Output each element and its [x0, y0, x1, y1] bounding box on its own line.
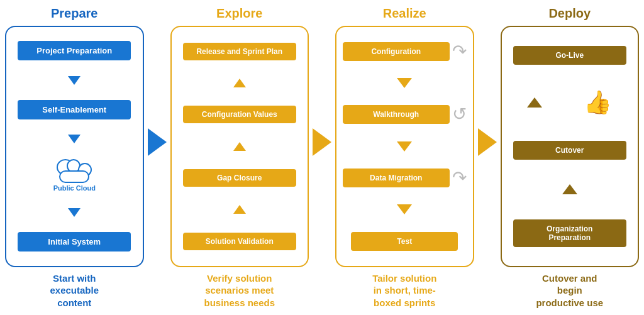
realize-box: Configuration ↷ Walkthrough ↺ Data Migra…: [335, 26, 474, 267]
go-live-block: Go-Live: [513, 46, 626, 65]
connector-realize-deploy: [478, 6, 497, 309]
deploy-middle-row: 👍: [507, 89, 633, 116]
deploy-up-arrow-1: [527, 97, 542, 108]
test-block: Test: [351, 232, 458, 251]
cycle-arrow-1: ↷: [452, 43, 467, 60]
realize-down-arrow-1: [397, 78, 412, 88]
prep-down-arrow-2: [68, 135, 80, 143]
prepare-box: Project Preparation Self-Enablement Publ…: [5, 26, 144, 267]
big-orange-right-arrow-1: [313, 128, 331, 156]
prepare-phase: Prepare Project Preparation Self-Enablem…: [5, 6, 144, 309]
public-cloud-block: Public Cloud: [53, 160, 96, 192]
realize-caption: Tailor solution in short, time- boxed sp…: [372, 272, 436, 309]
prep-down-arrow-3: [68, 208, 80, 217]
prepare-title: Prepare: [51, 6, 98, 21]
solution-validation: Solution Validation: [183, 233, 296, 250]
realize-row-2: Walkthrough ↺: [341, 105, 468, 124]
gap-closure: Gap Closure: [183, 169, 296, 187]
cutover-block: Cutover: [513, 141, 626, 160]
thumbs-up-icon: 👍: [584, 89, 612, 116]
cloud-label: Public Cloud: [53, 184, 96, 192]
explore-title: Explore: [216, 6, 262, 21]
explore-phase: Explore Release and Sprint Plan Configur…: [170, 6, 309, 309]
configuration-block: Configuration: [343, 42, 450, 61]
cycle-arrow-3: ↷: [452, 169, 467, 187]
realize-down-arrow-2: [397, 141, 412, 152]
big-blue-right-arrow: [148, 128, 167, 156]
big-orange-right-arrow-2: [478, 128, 497, 156]
initial-system-block: Initial System: [18, 232, 131, 251]
deploy-up-arrow-2: [562, 184, 577, 194]
cycle-arrow-2: ↺: [452, 106, 467, 123]
explore-caption: Verify solution scenarios meet business …: [204, 272, 275, 309]
explore-up-arrow-2: [233, 142, 246, 151]
connector-explore-realize: [313, 6, 331, 309]
explore-up-arrow-1: [233, 79, 246, 87]
realize-row-4: Test: [341, 232, 468, 251]
deploy-box: Go-Live 👍 Cutover Organization Preparati…: [501, 26, 640, 267]
connector-prepare-explore: [148, 6, 167, 309]
deploy-phase: Deploy Go-Live 👍 Cutover Organization Pr…: [501, 6, 640, 309]
data-migration-block: Data Migration: [343, 169, 450, 187]
release-sprint-plan: Release and Sprint Plan: [183, 43, 296, 60]
project-preparation-block: Project Preparation: [18, 41, 131, 60]
cloud-body: [59, 170, 89, 183]
realize-title: Realize: [383, 6, 426, 21]
walkthrough-block: Walkthrough: [343, 105, 450, 124]
configuration-values: Configuration Values: [183, 106, 296, 123]
realize-row-1: Configuration ↷: [341, 42, 468, 61]
self-enablement-block: Self-Enablement: [18, 100, 131, 119]
main-container: Prepare Project Preparation Self-Enablem…: [0, 0, 644, 315]
realize-row-3: Data Migration ↷: [341, 169, 468, 187]
explore-up-arrow-3: [233, 205, 246, 214]
org-preparation-block: Organization Preparation: [513, 219, 626, 247]
prepare-caption: Start with executable content: [50, 272, 99, 309]
deploy-title: Deploy: [548, 6, 591, 21]
explore-box: Release and Sprint Plan Configuration Va…: [170, 26, 309, 267]
prep-down-arrow-1: [68, 76, 80, 85]
realize-down-arrow-3: [397, 204, 412, 214]
deploy-caption: Cutover and begin productive use: [536, 272, 603, 309]
realize-phase: Realize Configuration ↷ Walkthrough ↺ Da…: [335, 6, 474, 309]
cloud-shape: [54, 160, 94, 183]
